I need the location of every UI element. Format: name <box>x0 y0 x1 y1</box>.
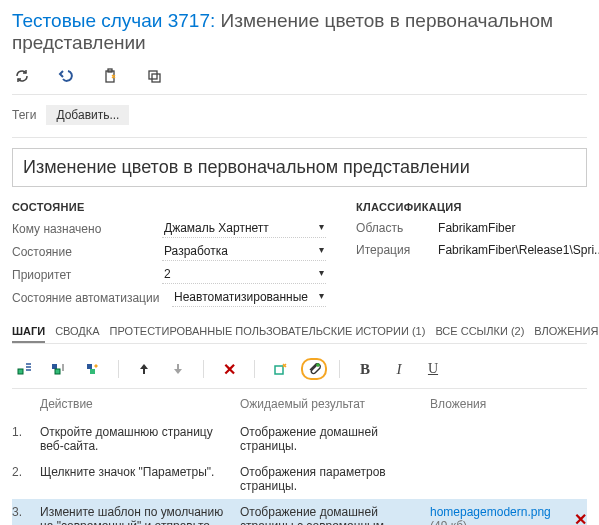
attachment-link[interactable]: homepagemodern.png <box>430 505 551 519</box>
chevron-down-icon[interactable]: ▾ <box>319 221 324 232</box>
state-label: Состояние <box>12 245 162 259</box>
svg-rect-8 <box>90 369 95 374</box>
state-value[interactable]: Разработка▾ <box>162 242 326 261</box>
delete-attachment-icon[interactable]: ✕ <box>574 510 587 526</box>
steps-toolbar: ✕ B I U <box>12 350 587 389</box>
separator <box>254 360 255 378</box>
underline-icon[interactable]: U <box>420 358 446 380</box>
add-tag-button[interactable]: Добавить... <box>46 105 129 125</box>
state-section: СОСТОЯНИЕ Кому назначено Джамаль Хартнет… <box>12 201 326 311</box>
automation-state-value[interactable]: Неавтоматизированные▾ <box>172 288 326 307</box>
step-action[interactable]: Измените шаблон по умолчанию на "совреме… <box>40 505 240 525</box>
svg-rect-10 <box>177 364 179 370</box>
tab-attachments[interactable]: ВЛОЖЕНИЯ (1) <box>534 325 599 343</box>
step-expected[interactable]: Отображение домашней страницы с современ… <box>240 505 430 525</box>
undo-icon[interactable] <box>58 68 74 84</box>
step-number: 2. <box>12 465 40 479</box>
copy-icon[interactable] <box>146 68 162 84</box>
assigned-to-value[interactable]: Джамаль Хартнетт▾ <box>162 219 326 238</box>
step-row[interactable]: 2. Щелкните значок "Параметры". Отображе… <box>12 459 587 499</box>
tab-all-links[interactable]: ВСЕ ССЫЛКИ (2) <box>435 325 524 343</box>
col-expected-header: Ожидаемый результат <box>240 397 430 411</box>
move-down-icon[interactable] <box>165 358 191 380</box>
step-action[interactable]: Откройте домашнюю страницу веб-сайта. <box>40 425 240 453</box>
step-row[interactable]: 1. Откройте домашнюю страницу веб-сайта.… <box>12 419 587 459</box>
work-item-id-link[interactable]: Тестовые случаи 3717: <box>12 10 215 31</box>
svg-rect-3 <box>152 74 160 82</box>
priority-value[interactable]: 2▾ <box>162 265 326 284</box>
italic-icon[interactable]: I <box>386 358 412 380</box>
create-shared-steps-icon[interactable] <box>80 358 106 380</box>
col-attachments-header: Вложения <box>430 397 587 411</box>
classification-section: КЛАССИФИКАЦИЯ Область FabrikamFiber Итер… <box>356 201 599 311</box>
svg-rect-6 <box>55 369 60 374</box>
step-action[interactable]: Щелкните значок "Параметры". <box>40 465 240 479</box>
svg-rect-5 <box>52 364 57 369</box>
chevron-down-icon[interactable]: ▾ <box>319 244 324 255</box>
tab-steps[interactable]: ШАГИ <box>12 325 45 343</box>
refresh-icon[interactable] <box>14 68 30 84</box>
add-attachment-icon[interactable] <box>301 358 327 380</box>
iteration-value[interactable]: FabrikamFiber\Release1\Spri... <box>436 241 599 259</box>
chevron-down-icon[interactable]: ▾ <box>319 290 324 301</box>
classification-heading: КЛАССИФИКАЦИЯ <box>356 201 599 213</box>
iteration-label: Итерация <box>356 243 436 257</box>
automation-state-label: Состояние автоматизации <box>12 291 172 305</box>
insert-step-icon[interactable] <box>12 358 38 380</box>
work-item-header: Тестовые случаи 3717: Изменение цветов в… <box>12 10 587 54</box>
chevron-down-icon[interactable]: ▾ <box>319 267 324 278</box>
clipboard-icon[interactable] <box>102 68 118 84</box>
steps-grid-header: Действие Ожидаемый результат Вложения <box>12 389 587 419</box>
area-value[interactable]: FabrikamFiber <box>436 219 599 237</box>
step-expected[interactable]: Отображения параметров страницы. <box>240 465 430 493</box>
separator <box>339 360 340 378</box>
area-label: Область <box>356 221 436 235</box>
bold-icon[interactable]: B <box>352 358 378 380</box>
svg-rect-7 <box>87 364 92 369</box>
insert-parameter-icon[interactable] <box>267 358 293 380</box>
step-expected[interactable]: Отображение домашней страницы. <box>240 425 430 453</box>
state-heading: СОСТОЯНИЕ <box>12 201 326 213</box>
separator <box>203 360 204 378</box>
svg-rect-9 <box>143 368 145 374</box>
delete-step-icon[interactable]: ✕ <box>216 358 242 380</box>
assigned-to-label: Кому назначено <box>12 222 162 236</box>
step-attachment: homepagemodern.png (49 кб) ✕ <box>430 505 587 525</box>
tab-tested-stories[interactable]: ПРОТЕСТИРОВАННЫЕ ПОЛЬЗОВАТЕЛЬСКИЕ ИСТОРИ… <box>110 325 426 343</box>
step-number: 1. <box>12 425 40 439</box>
svg-rect-11 <box>275 366 283 374</box>
attachment-size: (49 кб) <box>430 519 467 525</box>
tab-summary[interactable]: СВОДКА <box>55 325 99 343</box>
tags-label: Теги <box>12 108 36 122</box>
priority-label: Приоритет <box>12 268 162 282</box>
main-toolbar <box>12 62 587 95</box>
move-up-icon[interactable] <box>131 358 157 380</box>
svg-rect-2 <box>149 71 157 79</box>
step-number: 3. <box>12 505 40 519</box>
insert-shared-step-icon[interactable] <box>46 358 72 380</box>
tags-row: Теги Добавить... <box>12 95 587 138</box>
separator <box>118 360 119 378</box>
step-row[interactable]: 3. Измените шаблон по умолчанию на "совр… <box>12 499 587 525</box>
svg-rect-4 <box>18 369 23 374</box>
col-action-header: Действие <box>40 397 240 411</box>
title-input[interactable] <box>12 148 587 187</box>
tab-bar: ШАГИ СВОДКА ПРОТЕСТИРОВАННЫЕ ПОЛЬЗОВАТЕЛ… <box>12 325 587 344</box>
